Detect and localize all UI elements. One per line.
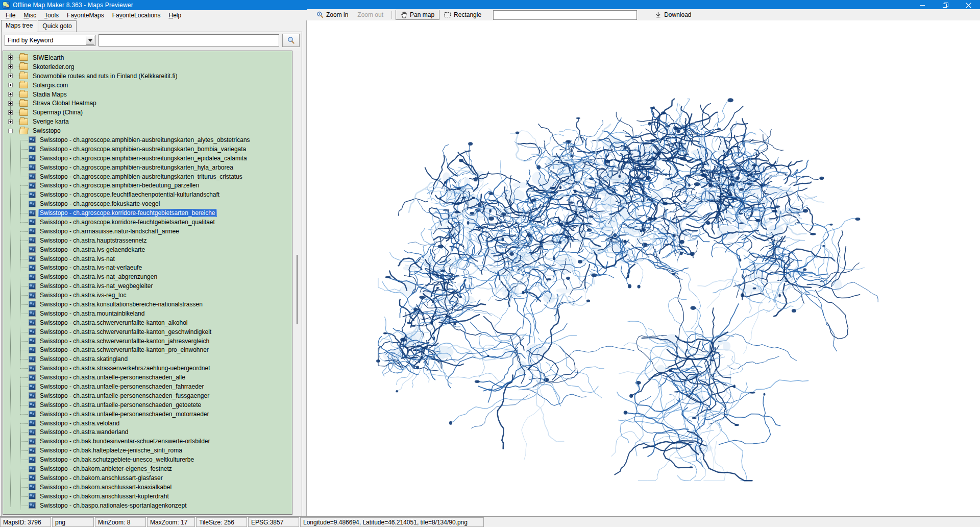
tree-item-label[interactable]: Swisstopo - ch.bakom.anschlussart-glasfa… [38,474,164,482]
download-button[interactable]: Download [650,10,696,20]
collapse-toggle[interactable] [8,129,13,133]
tree-item-label[interactable]: Swisstopo - ch.astra.unfaelle-personensc… [38,392,211,400]
tree-item-label[interactable]: Swisstopo - ch.astra.ivs-reg_loc [38,291,128,299]
tab-maps-tree[interactable]: Maps tree [1,20,37,32]
tree-item-label[interactable]: Swisstopo - ch.bak.schutzgebiete-unesco_… [38,456,195,464]
tree-item-label[interactable]: Swisstopo - ch.astra.strassenverkehrszae… [38,364,212,372]
tree-item[interactable]: Swisstopo - ch.astra.unfaelle-personensc… [3,391,292,400]
tree-folder[interactable]: Swisstopo [3,126,292,135]
tree-folder[interactable]: Supermap (China) [3,108,292,117]
tree-item[interactable]: Swisstopo - ch.bakom.anschlussart-glasfa… [3,473,292,483]
tree-item-label[interactable]: Swisstopo - ch.astra.wanderland [38,428,130,436]
expand-toggle[interactable] [8,74,13,78]
tree-item[interactable]: Swisstopo - ch.agroscope.korridore-feuch… [3,208,292,218]
tree-item[interactable]: Swisstopo - ch.astra.ivs-nat_abgrenzunge… [3,272,292,281]
close-button[interactable] [957,0,980,10]
tree-item-label[interactable]: Swisstopo - ch.bakom.anschlussart-koaxia… [38,483,173,491]
menu-favoritemaps[interactable]: FavoriteMaps [63,11,108,20]
tree-item[interactable]: Swisstopo - ch.bakom.anbieter-eigenes_fe… [3,464,292,473]
expand-toggle[interactable] [8,92,13,97]
tree-item-label[interactable]: Swisstopo - ch.astra.unfaelle-personensc… [38,373,187,381]
tree-item-label[interactable]: Swisstopo - ch.astra.ivs-nat-verlaeufe [38,264,143,272]
tab-quick-goto[interactable]: Quick goto [38,20,76,32]
tree-item[interactable]: Swisstopo - ch.agroscope.amphibien-ausbr… [3,145,292,154]
tree-item-label[interactable]: Swisstopo - ch.astra.skatingland [38,355,129,363]
tree-item-label[interactable]: Swisstopo - ch.bakom.anbieter-eigenes_fe… [38,465,174,473]
tree-item[interactable]: Swisstopo - ch.astra.hauptstrassennetz [3,236,292,245]
folder-label[interactable]: Solargis.com [31,81,69,89]
tree-item-label[interactable]: Swisstopo - ch.agroscope.amphibien-ausbr… [38,145,248,153]
pan-map-button[interactable]: Pan map [396,10,439,20]
rectangle-button[interactable]: Rectangle [439,10,486,20]
expand-toggle[interactable] [8,55,13,60]
tree-item[interactable]: Swisstopo - ch.astra.skatingland [3,354,292,364]
tree-item-label[interactable]: Swisstopo - ch.astra.unfaelle-personensc… [38,382,206,391]
map-view[interactable] [307,20,980,516]
folder-label[interactable]: Snowmobile routes and ruts in Finland (K… [31,72,179,80]
folder-label[interactable]: Sverige karta [31,117,70,126]
tree-item-label[interactable]: Swisstopo - ch.astra.veloland [38,419,121,427]
folder-label[interactable]: Stadia Maps [31,90,68,99]
tree-item[interactable]: Swisstopo - ch.astra.unfaelle-personensc… [3,373,292,382]
tree-item[interactable]: Swisstopo - ch.bakom.anschlussart-kupfer… [3,492,292,501]
tree-item[interactable]: Swisstopo - ch.agroscope.fokuskarte-voeg… [3,199,292,208]
folder-label[interactable]: Swisstopo [31,127,62,135]
tree-item-label[interactable]: Swisstopo - ch.astra.konsultationsbereic… [38,300,204,308]
tree-item[interactable]: Swisstopo - ch.astra.ivs-nat_wegbegleite… [3,281,292,291]
tree-item-label[interactable]: Swisstopo - ch.astra.unfaelle-personensc… [38,410,211,418]
tree-item-label[interactable]: Swisstopo - ch.agroscope.korridore-feuch… [38,218,216,226]
folder-label[interactable]: Strava Global Heatmap [31,99,98,107]
map-canvas[interactable] [307,20,980,516]
tree-item-label[interactable]: Swisstopo - ch.astra.schwerverunfallte-k… [38,346,210,354]
chevron-down-icon[interactable] [86,36,94,45]
tree-item[interactable]: Swisstopo - ch.astra.ivs-reg_loc [3,291,292,300]
tree-item[interactable]: Swisstopo - ch.astra.schwerverunfallte-k… [3,337,292,346]
tree-folder[interactable]: Solargis.com [3,81,292,90]
tree-item[interactable]: Swisstopo - ch.astra.wanderland [3,428,292,437]
folder-label[interactable]: Skoterleder.org [31,63,76,71]
tree-item-label[interactable]: Swisstopo - ch.astra.ivs-gelaendekarte [38,246,146,254]
search-button[interactable] [282,34,300,47]
tree-folder[interactable]: Strava Global Heatmap [3,99,292,108]
folder-label[interactable]: SIWEIearth [31,54,65,62]
tree-item-label-selected[interactable]: Swisstopo - ch.agroscope.korridore-feuch… [38,209,217,217]
tree-item-label[interactable]: Swisstopo - ch.agroscope.amphibien-ausbr… [38,136,252,144]
tree-item[interactable]: Swisstopo - ch.agroscope.amphibien-bedeu… [3,181,292,190]
tree-item-label[interactable]: Swisstopo - ch.astra.ivs-nat_abgrenzunge… [38,273,159,281]
tree-item[interactable]: Swisstopo - ch.astra.ivs-gelaendekarte [3,245,292,254]
tree-item[interactable]: Swisstopo - ch.agroscope.amphibien-ausbr… [3,135,292,145]
menu-tools[interactable]: Tools [40,11,63,20]
menu-misc[interactable]: Misc [19,11,40,20]
tree-item-label[interactable]: Swisstopo - ch.bakom.anschlussart-kupfer… [38,492,170,500]
tree-item[interactable]: Swisstopo - ch.baspo.nationales-sportanl… [3,501,292,510]
tree-folder[interactable]: SIWEIearth [3,53,292,62]
tree-item[interactable]: Swisstopo - ch.astra.schwerverunfallte-k… [3,346,292,355]
tree-item[interactable]: Swisstopo - ch.astra.ivs-nat [3,254,292,264]
tree-item-label[interactable]: Swisstopo - ch.astra.schwerverunfallte-k… [38,337,211,345]
zoom-out-button[interactable]: Zoom out [353,10,388,20]
tree-folder[interactable]: Stadia Maps [3,90,292,99]
tree-item[interactable]: Swisstopo - ch.astra.mountainbikeland [3,309,292,318]
expand-toggle[interactable] [8,119,13,124]
tree-item-label[interactable]: Swisstopo - ch.armasuisse.natur-landscha… [38,227,181,235]
tree-item-label[interactable]: Swisstopo - ch.astra.mountainbikeland [38,309,146,318]
tree-item-label[interactable]: Swisstopo - ch.astra.ivs-nat_wegbegleite… [38,282,154,290]
menu-favoritelocations[interactable]: FavoriteLocations [108,11,165,20]
tree-item[interactable]: Swisstopo - ch.armasuisse.natur-landscha… [3,227,292,236]
tree-item[interactable]: Swisstopo - ch.astra.unfaelle-personensc… [3,410,292,419]
tree-item-label[interactable]: Swisstopo - ch.astra.unfaelle-personensc… [38,401,203,409]
expand-toggle[interactable] [8,83,13,87]
search-input[interactable] [99,34,279,46]
tree-item-label[interactable]: Swisstopo - ch.agroscope.feuchtflaechenp… [38,190,221,199]
tree-item[interactable]: Swisstopo - ch.agroscope.amphibien-ausbr… [3,163,292,172]
folder-label[interactable]: Supermap (China) [31,108,84,116]
tree-item[interactable]: Swisstopo - ch.astra.unfaelle-personensc… [3,400,292,410]
expand-toggle[interactable] [8,101,13,106]
tree-item[interactable]: Swisstopo - ch.astra.strassenverkehrszae… [3,364,292,373]
restore-button[interactable] [934,0,957,10]
menu-help[interactable]: Help [164,11,185,20]
tree-item[interactable]: Swisstopo - ch.agroscope.feuchtflaechenp… [3,190,292,199]
tree-item-label[interactable]: Swisstopo - ch.agroscope.amphibien-ausbr… [38,154,249,162]
tree-item-label[interactable]: Swisstopo - ch.agroscope.amphibien-ausbr… [38,163,235,172]
tree-item[interactable]: Swisstopo - ch.agroscope.korridore-feuch… [3,218,292,227]
